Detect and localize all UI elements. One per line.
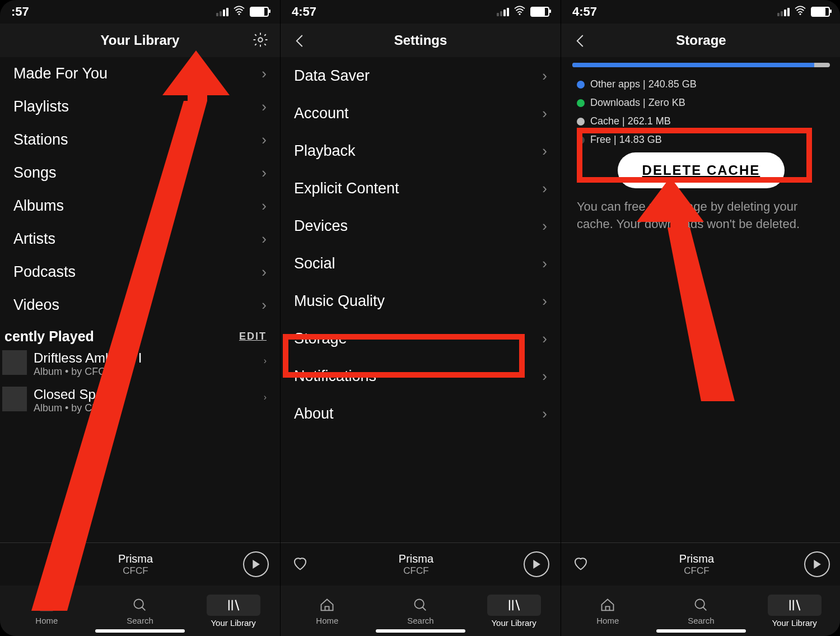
tab-search[interactable]: Search — [374, 597, 466, 625]
delete-cache-button[interactable]: DELETE CACHE — [618, 152, 785, 188]
heart-icon[interactable] — [292, 555, 309, 574]
tab-bar: Home Search Your Library — [0, 586, 280, 636]
now-playing-artist: CFCF — [399, 565, 433, 577]
cellular-icon — [777, 8, 790, 16]
settings-row[interactable]: Storage› — [281, 320, 561, 358]
back-icon[interactable] — [292, 33, 309, 52]
now-playing-song: Prisma — [118, 552, 153, 565]
settings-row[interactable]: Playback› — [281, 132, 561, 170]
legend-text: Other apps | 240.85 GB — [590, 78, 697, 90]
tab-search[interactable]: Search — [655, 597, 747, 625]
recent-item[interactable]: Closed SpaceAlbum • by CFCF› — [0, 383, 280, 420]
settings-row-label: Music Quality — [294, 293, 385, 310]
settings-row[interactable]: Account› — [281, 95, 561, 132]
chevron-right-icon: › — [542, 217, 547, 235]
library-row-label: Albums — [13, 197, 64, 215]
tab-home[interactable]: Home — [562, 597, 654, 625]
tab-home[interactable]: Home — [1, 597, 93, 625]
home-indicator[interactable] — [95, 629, 185, 633]
wifi-icon — [514, 6, 526, 18]
library-row-label: Playlists — [13, 98, 69, 115]
svg-point-0 — [238, 13, 240, 15]
tab-library[interactable]: Your Library — [187, 595, 279, 628]
library-row-label: Songs — [13, 164, 57, 182]
settings-row[interactable]: Explicit Content› — [281, 170, 561, 207]
settings-row[interactable]: Devices› — [281, 207, 561, 245]
settings-row-label: Notifications — [294, 368, 376, 385]
recently-played-heading: cently Played EDIT — [0, 322, 280, 347]
svg-point-1 — [258, 38, 263, 42]
settings-row[interactable]: Social› — [281, 245, 561, 282]
library-row-label: Artists — [13, 230, 55, 248]
settings-row[interactable]: Notifications› — [281, 358, 561, 395]
library-row[interactable]: Stations› — [0, 123, 280, 156]
legend-text: Cache | 262.1 MB — [590, 115, 671, 127]
svg-point-11 — [695, 599, 704, 608]
chevron-right-icon: › — [542, 330, 547, 347]
settings-row[interactable]: Data Saver› — [281, 57, 561, 95]
now-playing-bar[interactable]: Prisma CFCF — [561, 542, 840, 586]
tab-bar: Home Search Your Library — [561, 586, 840, 636]
now-playing-bar[interactable]: Prisma CFCF — [0, 542, 280, 586]
legend-dot — [577, 99, 585, 107]
back-icon[interactable] — [572, 33, 589, 52]
library-row[interactable]: Albums› — [0, 189, 280, 222]
gear-icon[interactable] — [252, 31, 269, 50]
wifi-icon — [794, 6, 806, 18]
chevron-right-icon: › — [262, 197, 267, 215]
settings-list: Data Saver›Account›Playback›Explicit Con… — [281, 57, 561, 542]
recent-item[interactable]: Driftless Ambient IAlbum • by CFCF› — [0, 347, 280, 383]
chevron-right-icon: › — [542, 293, 547, 310]
heart-icon[interactable] — [572, 555, 589, 574]
library-list: Made For You›Playlists›Stations›Songs›Al… — [0, 57, 280, 542]
header: Your Library — [0, 24, 280, 57]
library-row[interactable]: Playlists› — [0, 90, 280, 123]
library-row[interactable]: Podcasts› — [0, 256, 280, 289]
svg-marker-10 — [814, 560, 821, 569]
svg-point-8 — [414, 599, 423, 608]
library-row[interactable]: Made For You› — [0, 57, 280, 90]
settings-row-label: Storage — [294, 330, 347, 347]
status-bar: 4:57 — [281, 0, 561, 24]
chevron-right-icon: › — [264, 392, 267, 402]
now-playing-artist: CFCF — [118, 565, 153, 577]
library-row[interactable]: Videos› — [0, 289, 280, 322]
status-bar: 4:57 — [561, 0, 840, 24]
svg-point-6 — [519, 13, 520, 15]
settings-row[interactable]: Music Quality› — [281, 282, 561, 320]
recent-title: Closed Space — [34, 387, 267, 402]
svg-marker-7 — [533, 560, 540, 569]
header: Storage — [561, 24, 840, 57]
play-icon[interactable] — [524, 551, 549, 577]
edit-button[interactable]: EDIT — [239, 331, 267, 342]
now-playing-artist: CFCF — [679, 565, 714, 577]
chevron-right-icon: › — [542, 368, 547, 385]
chevron-right-icon: › — [262, 65, 267, 82]
album-thumb — [2, 387, 27, 411]
legend-dot — [577, 81, 585, 89]
now-playing-bar[interactable]: Prisma CFCF — [281, 542, 561, 586]
legend-dot — [577, 118, 585, 126]
settings-row-label: About — [294, 405, 334, 423]
now-playing-song: Prisma — [679, 552, 714, 565]
tab-library[interactable]: Your Library — [748, 595, 840, 628]
home-indicator[interactable] — [376, 629, 465, 633]
library-row[interactable]: Songs› — [0, 156, 280, 189]
play-icon[interactable] — [243, 551, 269, 577]
settings-row-label: Explicit Content — [294, 180, 399, 197]
svg-point-3 — [134, 599, 143, 608]
library-row[interactable]: Artists› — [0, 222, 280, 256]
storage-legend-row: Downloads | Zero KB — [561, 94, 840, 112]
tab-home[interactable]: Home — [281, 597, 374, 625]
chevron-right-icon: › — [542, 142, 547, 160]
screen-your-library: :57 Your Library Made For You›Playlists›… — [0, 0, 281, 636]
settings-row-label: Account — [294, 105, 349, 122]
home-indicator[interactable] — [656, 629, 746, 633]
page-title: Settings — [394, 33, 447, 48]
play-icon[interactable] — [804, 551, 830, 577]
settings-row[interactable]: About› — [281, 395, 561, 433]
svg-marker-2 — [253, 560, 260, 569]
tab-library[interactable]: Your Library — [468, 595, 560, 628]
tab-search[interactable]: Search — [94, 597, 186, 625]
tab-bar: Home Search Your Library — [281, 586, 561, 636]
